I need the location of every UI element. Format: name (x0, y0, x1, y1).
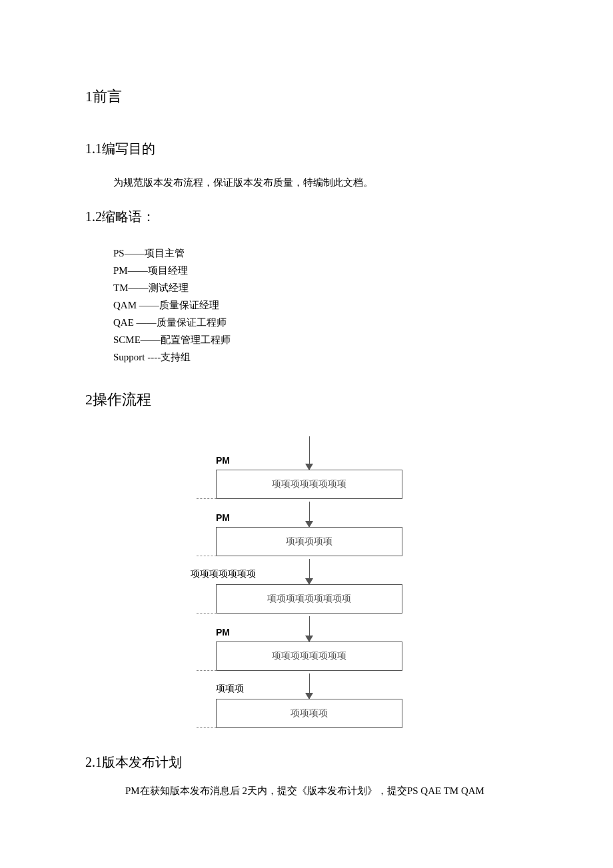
heading-1-2-abbreviations: 1.2缩略语： (85, 208, 533, 226)
paragraph-purpose: 为规范版本发布流程，保证版本发布质量，特编制此文档。 (113, 177, 533, 189)
abbr-item: PM——项目经理 (113, 262, 533, 279)
flow-tick (197, 727, 217, 728)
flow-role-label: 项项项 (216, 683, 244, 695)
heading-1-preface: 1前言 (85, 87, 533, 107)
flow-step: PM 项项项项项 (216, 499, 402, 556)
heading-1-1-purpose: 1.1编写目的 (85, 140, 533, 158)
abbr-item: Support ----支持组 (113, 348, 533, 366)
flow-role-label: PM (216, 512, 230, 523)
flowchart: PM 项项项项项项项项 PM 项项项项项 (85, 436, 533, 728)
heading-2-1-release-plan: 2.1版本发布计划 (85, 753, 533, 771)
document-page: 1前言 1.1编写目的 为规范版本发布流程，保证版本发布质量，特编制此文档。 1… (0, 0, 613, 856)
flow-tick (197, 556, 217, 556)
flow-box: 项项项项 (216, 699, 402, 728)
flow-role-label: PM (216, 455, 230, 466)
flow-role-label: 项项项项项项项 (191, 568, 256, 580)
flow-box: 项项项项项项项项项 (216, 584, 402, 614)
flow-box: 项项项项项项项项 (216, 642, 402, 671)
flow-box-text: 项项项项项项项项 (272, 651, 346, 661)
abbr-item: TM——测试经理 (113, 279, 533, 296)
flow-role-label: PM (216, 627, 230, 638)
flow-box: 项项项项项 (216, 527, 402, 556)
abbr-item: SCME——配置管理工程师 (113, 331, 533, 348)
flow-step: PM 项项项项项项项项 (216, 614, 402, 671)
flow-box-text: 项项项项 (291, 708, 328, 718)
flow-tick (197, 498, 217, 499)
abbr-item: PS——项目主管 (113, 244, 533, 262)
abbr-item: QAM ——质量保证经理 (113, 296, 533, 314)
flow-box-text: 项项项项项项项项项 (267, 594, 351, 604)
flow-tick (197, 613, 217, 614)
flow-box-text: 项项项项项 (286, 536, 332, 546)
flow-step: 项项项项项项项 项项项项项项项项项 (216, 556, 402, 614)
abbr-item: QAE ——质量保证工程师 (113, 314, 533, 331)
heading-2-operation-flow: 2操作流程 (85, 390, 533, 410)
paragraph-release-plan: PM在获知版本发布消息后 2天内，提交《版本发布计划》，提交PS QAE TM … (125, 785, 533, 797)
flow-tick (197, 670, 217, 671)
abbreviation-list: PS——项目主管 PM——项目经理 TM——测试经理 QAM ——质量保证经理 … (113, 244, 533, 366)
flow-box: 项项项项项项项项 (216, 470, 402, 499)
flow-step: 项项项 项项项项 (216, 671, 402, 728)
flow-box-text: 项项项项项项项项 (272, 479, 346, 489)
flow-step: PM 项项项项项项项项 (216, 436, 402, 499)
